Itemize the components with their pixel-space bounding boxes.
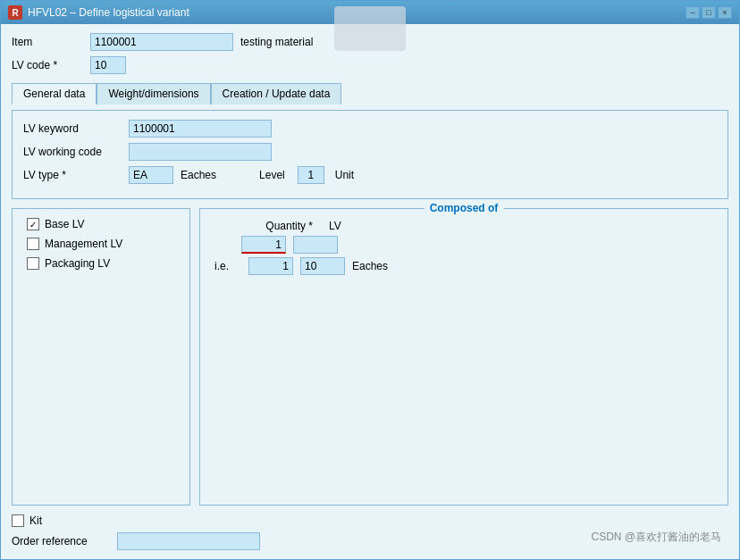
tab-content-general: LV keyword LV working code LV type * Eac… bbox=[12, 110, 728, 199]
management-lv-checkbox[interactable] bbox=[27, 238, 39, 250]
composed-of-title: Composed of bbox=[425, 202, 504, 214]
window-controls: – □ × bbox=[685, 6, 732, 19]
base-lv-label: Base LV bbox=[45, 218, 84, 230]
lv-working-code-row: LV working code bbox=[23, 143, 717, 161]
lv-code-row: LV code * bbox=[12, 56, 728, 74]
ie-quantity-input[interactable] bbox=[248, 257, 293, 275]
packaging-lv-row: Packaging LV bbox=[27, 257, 175, 270]
level-input[interactable] bbox=[298, 166, 324, 184]
tab-general-data[interactable]: General data bbox=[12, 83, 97, 104]
lv-working-code-input[interactable] bbox=[129, 143, 272, 161]
lv-code-label: LV code * bbox=[12, 59, 83, 71]
tab-weight-dimensions[interactable]: Weight/dimensions bbox=[97, 83, 210, 104]
tab-creation-update[interactable]: Creation / Update data bbox=[211, 83, 342, 104]
management-lv-label: Management LV bbox=[45, 238, 122, 250]
watermark: CSDN @喜欢打酱油的老马 bbox=[591, 530, 721, 545]
unit-label: Unit bbox=[335, 169, 354, 181]
ie-row: i.e. Eaches bbox=[214, 257, 713, 275]
lv-type-name: Eaches bbox=[181, 169, 216, 181]
minimize-button[interactable]: – bbox=[685, 6, 700, 19]
ie-label: i.e. bbox=[214, 260, 241, 272]
composed-header: Quantity * LV bbox=[241, 220, 713, 232]
composed-data-row-1 bbox=[241, 236, 713, 254]
lv-header: LV bbox=[329, 220, 341, 232]
thumbnail-image bbox=[334, 6, 406, 51]
item-input[interactable] bbox=[90, 33, 233, 51]
lv-keyword-row: LV keyword bbox=[23, 120, 717, 138]
window-title: HFVL02 – Define logistical variant bbox=[28, 6, 189, 19]
base-lv-row: Base LV bbox=[27, 218, 175, 230]
base-lv-checkbox[interactable] bbox=[27, 218, 39, 230]
lv-working-code-label: LV working code bbox=[23, 146, 122, 158]
lv-input[interactable] bbox=[293, 236, 338, 254]
ie-unit: Eaches bbox=[352, 260, 388, 272]
management-lv-row: Management LV bbox=[27, 238, 175, 250]
item-note: testing material bbox=[240, 36, 313, 48]
maximize-button[interactable]: □ bbox=[702, 6, 716, 19]
close-button[interactable]: × bbox=[718, 6, 732, 19]
composed-panel: Composed of Quantity * LV i.e. Eaches bbox=[199, 208, 728, 506]
level-label: Level bbox=[259, 169, 285, 181]
quantity-header: Quantity * bbox=[241, 220, 313, 232]
item-label: Item bbox=[12, 36, 83, 48]
app-icon: R bbox=[8, 5, 22, 20]
lv-keyword-input[interactable] bbox=[129, 120, 272, 138]
tab-bar: General data Weight/dimensions Creation … bbox=[12, 83, 728, 104]
kit-row: Kit bbox=[12, 514, 728, 527]
lv-type-row: LV type * Eaches Level Unit bbox=[23, 166, 717, 184]
quantity-input[interactable] bbox=[241, 236, 286, 254]
order-reference-label: Order reference bbox=[12, 535, 110, 547]
ie-lv-input[interactable] bbox=[300, 257, 345, 275]
lv-code-input[interactable] bbox=[90, 56, 126, 74]
lv-keyword-label: LV keyword bbox=[23, 122, 122, 135]
kit-label: Kit bbox=[29, 514, 42, 527]
lv-type-code-input[interactable] bbox=[129, 166, 173, 184]
lv-type-label: LV type * bbox=[23, 169, 122, 181]
packaging-lv-checkbox[interactable] bbox=[27, 257, 39, 270]
order-reference-input[interactable] bbox=[117, 532, 260, 550]
checkbox-panel: Base LV Management LV Packaging LV bbox=[12, 208, 190, 506]
kit-checkbox[interactable] bbox=[12, 514, 24, 527]
packaging-lv-label: Packaging LV bbox=[45, 257, 110, 270]
